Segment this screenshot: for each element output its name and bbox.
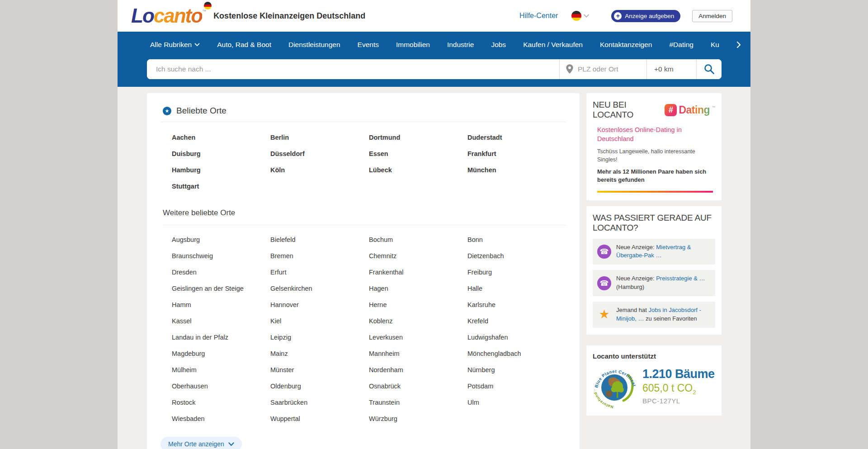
- search-button[interactable]: [696, 59, 722, 79]
- city-link-leverkusen[interactable]: Leverkusen: [369, 333, 467, 349]
- city-link-aachen[interactable]: Aachen: [172, 133, 270, 149]
- gradient-divider: [597, 191, 713, 193]
- city-link-k-ln[interactable]: Köln: [270, 165, 369, 182]
- city-link-hamm[interactable]: Hamm: [172, 300, 270, 317]
- city-link-leipzig[interactable]: Leipzig: [270, 333, 369, 349]
- show-more-label: Mehr Orte anzeigen: [168, 440, 224, 448]
- city-link-n-rnberg[interactable]: Nürnberg: [467, 365, 566, 382]
- login-button[interactable]: Anmelden: [692, 10, 732, 22]
- city-link-landau-in-der-pfalz[interactable]: Landau in der Pfalz: [172, 333, 270, 349]
- city-link-potsdam[interactable]: Potsdam: [467, 382, 566, 398]
- city-link-m-nster[interactable]: Münster: [270, 365, 369, 382]
- activity-link[interactable]: Preisstrategie & …: [656, 275, 705, 282]
- dating-brand-name: Dating: [679, 104, 710, 116]
- dating-brand-logo[interactable]: # Dating ™: [665, 104, 715, 116]
- city-link-saarbr-cken[interactable]: Saarbrücken: [270, 398, 369, 414]
- city-link-oldenburg[interactable]: Oldenburg: [270, 382, 369, 398]
- city-link-frankenthal[interactable]: Frankenthal: [369, 268, 467, 284]
- city-link-stuttgart[interactable]: Stuttgart: [172, 182, 270, 198]
- city-link-bremen[interactable]: Bremen: [270, 251, 369, 268]
- cities-panel: ★ Beliebte Orte AachenBerlinDortmundDude…: [147, 93, 580, 449]
- city-link-dortmund[interactable]: Dortmund: [369, 133, 467, 149]
- city-link-hamburg[interactable]: Hamburg: [172, 165, 270, 182]
- nav-item-auto-rad-boot[interactable]: Auto, Rad & Boot: [217, 41, 271, 49]
- city-link-wiesbaden[interactable]: Wiesbaden: [172, 414, 270, 430]
- dating-card-header: NEU BEI LOCANTO # Dating ™: [593, 100, 715, 120]
- nav-item-ku[interactable]: Ku: [711, 41, 719, 49]
- city-link-chemnitz[interactable]: Chemnitz: [369, 251, 467, 268]
- nav-item-immobilien[interactable]: Immobilien: [396, 41, 430, 49]
- city-link-braunschweig[interactable]: Braunschweig: [172, 251, 270, 268]
- activity-link[interactable]: Mietvertrag & Übergabe-Pak …: [616, 244, 691, 259]
- city-link-d-sseldorf[interactable]: Düsseldorf: [270, 149, 369, 165]
- city-link-osnabr-ck[interactable]: Osnabrück: [369, 382, 467, 398]
- city-link-rostock[interactable]: Rostock: [172, 398, 270, 414]
- city-link-krefeld[interactable]: Krefeld: [467, 317, 566, 333]
- city-link-kiel[interactable]: Kiel: [270, 317, 369, 333]
- post-ad-button[interactable]: + Anzeige aufgeben: [611, 10, 680, 22]
- activity-link[interactable]: Jobs in Jacobsdorf - Minijob, …: [616, 307, 701, 322]
- sidebar: NEU BEI LOCANTO # Dating ™ Kostenloses O…: [586, 93, 722, 416]
- city-link-ludwigshafen[interactable]: Ludwigshafen: [467, 333, 566, 349]
- nav-item-industrie[interactable]: Industrie: [447, 41, 474, 49]
- city-link-essen[interactable]: Essen: [369, 149, 467, 165]
- search-bar: +0 km: [147, 59, 722, 79]
- dating-promo-link[interactable]: Kostenloses Online-Dating in Deutschland: [597, 126, 701, 143]
- activity-text: Neue Anzeige: Preisstrategie & … (Hambur…: [616, 274, 711, 292]
- location-input[interactable]: [578, 65, 637, 73]
- city-link-l-beck[interactable]: Lübeck: [369, 165, 467, 182]
- city-link-karlsruhe[interactable]: Karlsruhe: [467, 300, 566, 317]
- city-link-hannover[interactable]: Hannover: [270, 300, 369, 317]
- city-link-nordenham[interactable]: Nordenham: [369, 365, 467, 382]
- city-link-traunstein[interactable]: Traunstein: [369, 398, 467, 414]
- nav-item-kontaktanzeigen[interactable]: Kontaktanzeigen: [600, 41, 652, 49]
- city-link-koblenz[interactable]: Koblenz: [369, 317, 467, 333]
- city-link-berlin[interactable]: Berlin: [270, 133, 369, 149]
- city-link-halle[interactable]: Halle: [467, 284, 566, 300]
- city-link-duderstadt[interactable]: Duderstadt: [467, 133, 566, 149]
- city-link-magdeburg[interactable]: Magdeburg: [172, 349, 270, 365]
- city-link-w-rzburg[interactable]: Würzburg: [369, 414, 467, 430]
- city-link-mainz[interactable]: Mainz: [270, 349, 369, 365]
- city-link-geislingen-an-der-steige[interactable]: Geislingen an der Steige: [172, 284, 270, 300]
- city-link-mannheim[interactable]: Mannheim: [369, 349, 467, 365]
- nav-item-dienstleistungen[interactable]: Dienstleistungen: [288, 41, 340, 49]
- city-link-bonn[interactable]: Bonn: [467, 235, 566, 251]
- city-link-oberhausen[interactable]: Oberhausen: [172, 382, 270, 398]
- city-link-m-lheim[interactable]: Mülheim: [172, 365, 270, 382]
- radius-select[interactable]: +0 km: [646, 59, 696, 79]
- locanto-logo[interactable]: Locanto™: [131, 5, 206, 27]
- city-link-dresden[interactable]: Dresden: [172, 268, 270, 284]
- help-center-link[interactable]: Hilfe-Center: [519, 12, 558, 20]
- nav-scroll-right-button[interactable]: [736, 41, 741, 48]
- chevron-down-icon: [194, 43, 200, 47]
- main-navigation: Alle RubrikenAuto, Rad & BootDienstleist…: [118, 32, 750, 87]
- city-link-gelsenkirchen[interactable]: Gelsenkirchen: [270, 284, 369, 300]
- language-selector[interactable]: [571, 11, 590, 21]
- city-link-bochum[interactable]: Bochum: [369, 235, 467, 251]
- nav-item-dating[interactable]: #Dating: [669, 41, 693, 49]
- search-input[interactable]: [147, 59, 559, 79]
- nav-item-kaufen-verkaufen[interactable]: Kaufen / Verkaufen: [523, 41, 583, 49]
- city-link-frankfurt[interactable]: Frankfurt: [467, 149, 566, 165]
- city-link-bielefeld[interactable]: Bielefeld: [270, 235, 369, 251]
- city-link-wuppertal[interactable]: Wuppertal: [270, 414, 369, 430]
- city-link-herne[interactable]: Herne: [369, 300, 467, 317]
- nav-item-events[interactable]: Events: [358, 41, 379, 49]
- city-link-ulm[interactable]: Ulm: [467, 398, 566, 414]
- show-more-places-button[interactable]: Mehr Orte anzeigen: [160, 437, 242, 449]
- city-link-freiburg[interactable]: Freiburg: [467, 268, 566, 284]
- city-link-m-nchen[interactable]: München: [467, 165, 566, 182]
- city-link-kassel[interactable]: Kassel: [172, 317, 270, 333]
- nav-item-jobs[interactable]: Jobs: [491, 41, 506, 49]
- city-link-dietzenbach[interactable]: Dietzenbach: [467, 251, 566, 268]
- city-link-duisburg[interactable]: Duisburg: [172, 149, 270, 165]
- popular-places-header: ★ Beliebte Orte: [160, 106, 566, 122]
- city-link-hagen[interactable]: Hagen: [369, 284, 467, 300]
- city-link-erfurt[interactable]: Erfurt: [270, 268, 369, 284]
- city-link-m-nchengladbach[interactable]: Mönchengladbach: [467, 349, 566, 365]
- location-segment: [559, 59, 646, 79]
- city-link-augsburg[interactable]: Augsburg: [172, 235, 270, 251]
- nav-item-alle-rubriken[interactable]: Alle Rubriken: [150, 41, 200, 49]
- map-pin-icon: [565, 64, 574, 75]
